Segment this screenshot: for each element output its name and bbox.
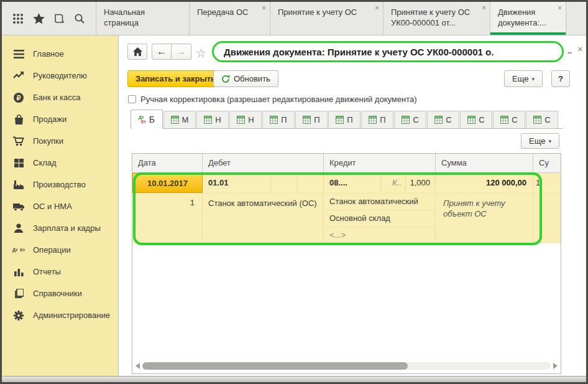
credit-analytics-empty[interactable]: <...> xyxy=(324,227,435,243)
register-tab[interactable]: П xyxy=(295,111,328,128)
cell-debit-empty[interactable] xyxy=(271,173,298,193)
close-icon[interactable]: × xyxy=(262,5,266,11)
register-tab[interactable]: С xyxy=(460,111,492,128)
window-tab-acceptance-list[interactable]: Принятие к учету ОС × xyxy=(270,2,384,35)
cell-credit-flag[interactable]: К.. xyxy=(381,173,406,193)
sidebar-item-sales[interactable]: Продажи xyxy=(2,108,118,130)
sidebar-item-fixed-assets[interactable]: ОС и НМА xyxy=(2,195,118,217)
register-tab-label: Б xyxy=(149,115,155,124)
forward-button[interactable]: → xyxy=(172,44,191,60)
home-button[interactable] xyxy=(127,44,147,60)
register-tab[interactable]: Н xyxy=(196,111,229,128)
sidebar-item-production[interactable]: Производство xyxy=(2,174,118,195)
register-tab[interactable]: С xyxy=(394,111,426,128)
close-icon[interactable]: × xyxy=(482,5,486,11)
scrollbar-track[interactable] xyxy=(142,362,551,370)
close-icon[interactable]: × xyxy=(558,5,562,11)
column-header-sum[interactable]: Сумма xyxy=(436,154,533,172)
factory-icon xyxy=(12,180,25,189)
grid-more-label: Еще xyxy=(529,136,545,146)
sidebar-item-directories[interactable]: Справочники xyxy=(2,283,118,304)
horizontal-scrollbar[interactable] xyxy=(136,361,558,370)
grid-row-analytics[interactable]: 1 Станок автоматический (ОС) Станок авто… xyxy=(132,193,561,243)
cell-credit-analytics[interactable]: Станок автоматический Основной склад <..… xyxy=(324,194,436,243)
column-header-sum2[interactable]: Су xyxy=(533,154,561,172)
grid-more-button[interactable]: Еще ▾ xyxy=(521,133,559,149)
sidebar-item-bank-cash[interactable]: ₽ Банк и касса xyxy=(2,87,118,108)
column-header-credit[interactable]: Кредит xyxy=(324,154,436,172)
person-icon xyxy=(12,223,25,233)
cell-debit-account[interactable]: 01.01 xyxy=(203,173,271,193)
close-icon[interactable]: × xyxy=(375,5,379,11)
credit-analytics-warehouse[interactable]: Основной склад xyxy=(324,210,435,227)
register-tab[interactable]: С xyxy=(427,111,459,128)
window-tab-acceptance-doc[interactable]: Принятие к учету ОС УК00-000001 от... × xyxy=(384,2,490,35)
cell-credit-qty[interactable]: 1,000 xyxy=(406,173,436,193)
sidebar-item-manager[interactable]: Руководителю xyxy=(2,65,118,87)
register-tab[interactable]: С xyxy=(493,111,525,128)
movements-grid: Дата Дебет Кредит Сумма Су 10.01.2017 01… xyxy=(132,153,561,374)
more-button[interactable]: Еще ▾ xyxy=(504,70,543,87)
window-tab-home[interactable]: Начальная страница xyxy=(96,2,190,35)
back-button[interactable]: ← xyxy=(152,44,172,60)
scroll-right-icon[interactable] xyxy=(553,363,558,369)
cell-debit-analytics[interactable]: Станок автоматический (ОС) xyxy=(203,194,324,243)
sidebar-item-label: Зарплата и кадры xyxy=(33,223,101,233)
sidebar-item-purchases[interactable]: Покупки xyxy=(2,130,118,152)
register-tab-strip: ДтКт Б М Н Н П xyxy=(131,110,563,129)
register-tab[interactable]: П xyxy=(328,111,361,128)
cell-sum2[interactable]: 1 xyxy=(533,173,561,193)
sidebar-item-operations[interactable]: Дт Кт Операции xyxy=(2,239,118,261)
scrollbar-thumb[interactable] xyxy=(142,362,408,370)
close-form-icon[interactable]: × xyxy=(577,44,583,54)
truck-icon xyxy=(12,202,25,211)
cell-date-selected[interactable]: 10.01.2017 xyxy=(132,173,203,193)
history-icon[interactable] xyxy=(51,11,67,27)
register-tab-label: П xyxy=(314,115,319,124)
sidebar-item-main[interactable]: Главное xyxy=(2,43,118,65)
sidebar-item-label: Склад xyxy=(33,158,57,167)
sidebar-item-reports[interactable]: Отчеты xyxy=(2,261,118,283)
sidebar-item-label: Продажи xyxy=(33,115,67,124)
window-tab-document-movements[interactable]: Движения документа:... × xyxy=(490,2,566,35)
cell-debit-empty[interactable] xyxy=(298,173,324,193)
shopping-bag-icon xyxy=(12,115,25,124)
search-icon[interactable] xyxy=(71,11,88,27)
register-tab-accounting[interactable]: ДтКт Б xyxy=(131,110,163,129)
manual-adjustment-checkbox-row[interactable]: Ручная корректировка (разрешает редактир… xyxy=(128,95,417,104)
column-header-date[interactable]: Дата xyxy=(132,154,203,172)
grid-row-posting[interactable]: 10.01.2017 01.01 08.... К.. 1,000 120 00… xyxy=(132,173,561,193)
checkbox-label: Ручная корректировка (разрешает редактир… xyxy=(140,95,417,104)
save-and-close-button[interactable]: Записать и закрыть xyxy=(127,70,224,87)
sections-sidebar: Главное Руководителю ₽ Банк и касса Прод… xyxy=(2,35,119,376)
sidebar-item-label: ОС и НМА xyxy=(33,202,72,211)
page-title-highlight: Движения документа: Принятие к учету ОС … xyxy=(212,41,564,62)
cell-sum2-empty[interactable] xyxy=(533,194,561,243)
sidebar-item-warehouse[interactable]: Склад xyxy=(2,152,118,174)
register-tab[interactable]: Н xyxy=(229,111,262,128)
column-header-debit[interactable]: Дебет xyxy=(203,154,324,172)
scroll-left-icon[interactable] xyxy=(136,363,140,369)
credit-analytics-asset[interactable]: Станок автоматический xyxy=(324,194,435,210)
sidebar-item-label: Покупки xyxy=(33,136,63,146)
help-button[interactable]: ? xyxy=(551,70,570,87)
table-icon xyxy=(434,116,443,124)
register-tab[interactable]: П xyxy=(262,111,295,128)
home-icon xyxy=(133,47,142,56)
menu-grid-icon[interactable] xyxy=(10,11,26,27)
grid-header-row: Дата Дебет Кредит Сумма Су xyxy=(132,154,561,173)
register-tab[interactable]: П xyxy=(361,111,393,128)
favorite-star-icon[interactable]: ☆ xyxy=(196,46,206,60)
checkbox[interactable] xyxy=(128,95,136,103)
refresh-button[interactable]: Обновить xyxy=(213,70,278,87)
register-tab[interactable]: С xyxy=(526,111,558,128)
sidebar-item-administration[interactable]: Администрирование xyxy=(2,304,118,326)
cell-line-number[interactable]: 1 xyxy=(132,194,203,243)
window-tab-transfer-os[interactable]: Передача ОС × xyxy=(190,2,270,35)
sidebar-item-salary-hr[interactable]: Зарплата и кадры xyxy=(2,217,118,239)
register-tab[interactable]: М xyxy=(163,111,196,128)
cell-sum[interactable]: 120 000,00 xyxy=(436,173,533,193)
cell-credit-account[interactable]: 08.... xyxy=(324,173,381,193)
cell-sum-comment[interactable]: Принят к учету объект ОС xyxy=(436,194,533,243)
favorites-star-icon[interactable] xyxy=(30,11,47,27)
